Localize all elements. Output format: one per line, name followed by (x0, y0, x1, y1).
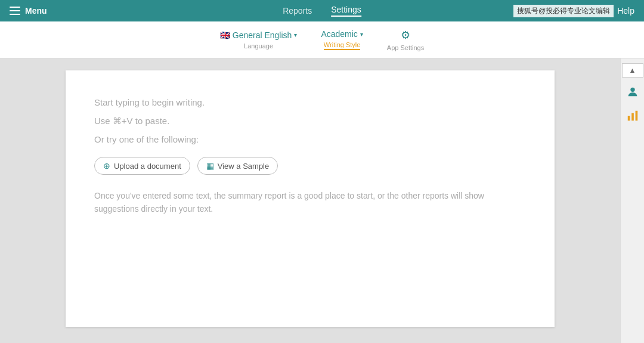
help-label[interactable]: Help (617, 6, 634, 16)
placeholder-line-1: Start typing to begin writing. (94, 94, 526, 110)
writing-style-label: Writing Style (324, 41, 361, 50)
upload-document-button[interactable]: ⊕ Upload a document (94, 157, 190, 175)
view-sample-button[interactable]: ▦ View a Sample (197, 157, 278, 175)
top-nav-bar: Menu Reports Settings 搜狐号@投必得专业论文编辑 Help (0, 0, 644, 21)
action-buttons: ⊕ Upload a document ▦ View a Sample (94, 157, 526, 175)
person-icon (626, 85, 639, 98)
settings-bar: 🇬🇧 General English ▾ Language Academic ▾… (0, 21, 644, 58)
right-sidebar: ▲ (620, 58, 644, 343)
reports-nav-link[interactable]: Reports (283, 6, 312, 16)
writing-style-chevron-icon: ▾ (360, 31, 363, 38)
upload-icon: ⊕ (103, 161, 110, 171)
scroll-up-button[interactable]: ▲ (622, 63, 643, 78)
app-settings-label: App Settings (387, 44, 424, 51)
svg-point-0 (630, 88, 634, 92)
scroll-up-icon: ▲ (629, 66, 636, 75)
app-settings-item[interactable]: ⚙ App Settings (387, 29, 424, 51)
main-area: Start typing to begin writing. Use ⌘+V t… (0, 58, 644, 343)
writing-style-settings-item[interactable]: Academic ▾ Writing Style (321, 29, 363, 50)
writing-style-selector[interactable]: Academic ▾ (321, 29, 363, 39)
nav-right: 搜狐号@投必得专业论文编辑 Help (513, 5, 634, 17)
placeholder-line-3: Or try one of the following: (94, 131, 526, 147)
chart-icon (626, 109, 639, 122)
editor-wrapper: Start typing to begin writing. Use ⌘+V t… (0, 58, 620, 343)
person-sidebar-button[interactable] (623, 82, 642, 101)
watermark-text: 搜狐号@投必得专业论文编辑 (513, 5, 614, 17)
menu-label: Menu (25, 6, 47, 16)
upload-label: Upload a document (114, 162, 181, 171)
language-value: General English (233, 30, 292, 40)
sample-icon: ▦ (206, 161, 214, 171)
chart-sidebar-button[interactable] (623, 106, 642, 125)
language-chevron-icon: ▾ (294, 32, 297, 38)
info-text: Once you've entered some text, the summa… (94, 189, 526, 216)
menu-button[interactable]: Menu (10, 6, 47, 16)
placeholder-line-2: Use ⌘+V to paste. (94, 113, 526, 129)
app-settings-selector[interactable]: ⚙ (401, 29, 410, 42)
language-label: Language (244, 42, 273, 50)
language-selector[interactable]: 🇬🇧 General English ▾ (220, 30, 298, 40)
language-settings-item[interactable]: 🇬🇧 General English ▾ Language (220, 30, 298, 50)
svg-rect-2 (631, 113, 634, 120)
svg-rect-1 (627, 116, 630, 120)
hamburger-icon (10, 7, 20, 15)
writing-style-value: Academic (321, 29, 357, 39)
gear-icon: ⚙ (401, 29, 410, 42)
nav-center: Reports Settings (283, 5, 361, 17)
svg-rect-3 (635, 111, 637, 121)
document-page[interactable]: Start typing to begin writing. Use ⌘+V t… (66, 70, 555, 327)
sample-label: View a Sample (218, 162, 269, 171)
settings-nav-link[interactable]: Settings (331, 5, 361, 17)
uk-flag-icon: 🇬🇧 (220, 30, 230, 40)
